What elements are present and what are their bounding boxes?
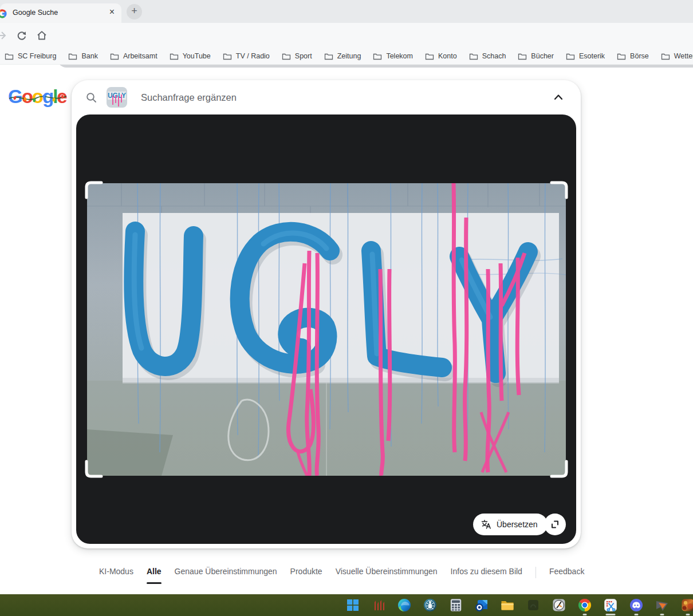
- running-indicator: [635, 614, 639, 615]
- bookmark-folder[interactable]: Konto: [425, 52, 457, 60]
- gaming-launcher-icon[interactable]: [655, 598, 670, 613]
- bookmark-label: Zeitung: [337, 52, 361, 60]
- translate-label: Übersetzen: [497, 520, 538, 529]
- home-icon[interactable]: [36, 30, 48, 41]
- running-indicator: [686, 614, 690, 615]
- discord-icon[interactable]: [629, 598, 644, 613]
- crop-corner-bottom-right[interactable]: [548, 458, 569, 479]
- crop-expand-button[interactable]: [544, 514, 566, 535]
- edge-icon[interactable]: [397, 598, 412, 613]
- bookmark-folder[interactable]: Schach: [469, 52, 506, 60]
- bookmark-label: Schach: [482, 52, 506, 60]
- tab-produkte[interactable]: Produkte: [290, 567, 322, 584]
- folder-icon: [5, 52, 14, 60]
- lens-search-box[interactable]: UGLY: [72, 80, 581, 114]
- bookmark-folder[interactable]: Bank: [68, 52, 98, 60]
- crop-expand-icon: [549, 519, 561, 530]
- bookmark-folder[interactable]: TV / Radio: [223, 52, 270, 60]
- bookmark-label: Bücher: [531, 52, 554, 60]
- bookmark-folder[interactable]: Börse: [617, 52, 649, 60]
- active-indicator: [606, 614, 616, 615]
- bookmark-label: Arbeitsamt: [123, 52, 158, 60]
- tab-ki-modus[interactable]: KI-Modus: [99, 567, 133, 584]
- forward-icon[interactable]: [0, 29, 7, 42]
- snipping-tool-icon[interactable]: [603, 598, 618, 613]
- bookmark-folder[interactable]: Telekom: [373, 52, 413, 60]
- bookmark-folder[interactable]: Wetter: [661, 52, 693, 60]
- bookmark-label: Börse: [630, 52, 649, 60]
- folder-icon: [223, 52, 232, 60]
- tab-strip: Google Suche × +: [0, 0, 693, 23]
- bookmark-label: Esoterik: [579, 52, 605, 60]
- bookmark-folder[interactable]: Sport: [282, 52, 312, 60]
- file-explorer-icon[interactable]: [500, 598, 515, 613]
- antivirus-bug-icon[interactable]: [423, 598, 438, 613]
- folder-icon: [170, 52, 179, 60]
- tab-infos-zu-diesem-bild[interactable]: Infos zu diesem Bild: [451, 567, 522, 584]
- windows-start-button[interactable]: [345, 598, 360, 613]
- folder-icon: [566, 52, 575, 60]
- reload-icon[interactable]: [16, 30, 27, 41]
- tabs-divider: [536, 567, 536, 578]
- folder-icon: [282, 52, 291, 60]
- translate-button[interactable]: Übersetzen: [473, 514, 548, 535]
- bookmark-folder[interactable]: SC Freiburg: [5, 52, 56, 60]
- bookmark-label: Telekom: [386, 52, 413, 60]
- query-image-thumbnail[interactable]: UGLY: [107, 87, 127, 108]
- image-viewer-panel: Übersetzen: [76, 114, 576, 544]
- crop-corner-bottom-left[interactable]: [84, 458, 105, 479]
- hidden-app-icon[interactable]: [526, 598, 541, 613]
- folder-icon: [373, 52, 382, 60]
- browser-window: Google Suche × + google.com/search?vsrid…: [0, 0, 693, 616]
- feedback-link[interactable]: Feedback: [549, 567, 584, 584]
- outlook-icon[interactable]: [474, 598, 489, 613]
- running-indicator: [583, 614, 587, 615]
- tab-genaue-uebereinstimmungen[interactable]: Genaue Übereinstimmungen: [175, 567, 277, 584]
- new-tab-button[interactable]: +: [127, 4, 142, 19]
- bookmark-label: TV / Radio: [236, 52, 270, 60]
- bookmark-folder[interactable]: Zeitung: [324, 52, 361, 60]
- browser-toolbar: google.com/search?vsrid=CKqD4ZjJ3bXgigEQ…: [0, 23, 693, 48]
- folder-icon: [617, 52, 626, 60]
- result-tabs: KI-Modus Alle Genaue Übereinstimmungen P…: [99, 567, 584, 584]
- folder-icon: [68, 52, 77, 60]
- google-doodle-logo[interactable]: Google: [8, 86, 68, 110]
- folder-icon: [518, 52, 527, 60]
- bookmark-label: Wetter: [674, 52, 693, 60]
- search-icon: [85, 92, 97, 104]
- bookmark-label: Konto: [438, 52, 457, 60]
- calculator-icon[interactable]: [448, 598, 463, 613]
- bookmark-label: Sport: [295, 52, 312, 60]
- folder-icon: [661, 52, 670, 60]
- crop-corner-top-left[interactable]: [84, 180, 105, 201]
- bookmark-label: Bank: [81, 52, 98, 60]
- bookmark-folder[interactable]: YouTube: [170, 52, 211, 60]
- tab-google-suche[interactable]: Google Suche ×: [0, 3, 121, 23]
- chevron-up-icon[interactable]: [552, 91, 565, 104]
- bookmark-folder[interactable]: Bücher: [518, 52, 554, 60]
- tab-visuelle-uebereinstimmungen[interactable]: Visuelle Übereinstimmungen: [336, 567, 438, 584]
- folder-icon: [469, 52, 478, 60]
- red-chart-app-icon[interactable]: [371, 598, 386, 613]
- running-indicator: [660, 614, 664, 615]
- folder-icon: [110, 52, 119, 60]
- tab-title: Google Suche: [13, 9, 58, 17]
- chrome-icon[interactable]: [577, 598, 592, 613]
- clock-app-icon[interactable]: [552, 598, 566, 613]
- crop-corner-top-right[interactable]: [548, 180, 569, 201]
- search-input[interactable]: [141, 92, 552, 103]
- windows-taskbar: [0, 594, 693, 616]
- google-logo-text: Google: [8, 86, 66, 107]
- game-artwork-icon[interactable]: [680, 598, 693, 613]
- close-tab-icon[interactable]: ×: [109, 7, 115, 17]
- folder-icon: [324, 52, 333, 60]
- bookmark-folder[interactable]: Esoterik: [566, 52, 605, 60]
- bookmark-label: SC Freiburg: [18, 52, 56, 60]
- bookmarks-bar: SC Freiburg Bank Arbeitsamt YouTube TV /…: [0, 48, 693, 65]
- bookmark-label: YouTube: [183, 52, 211, 60]
- google-favicon-icon: [0, 9, 7, 19]
- query-image[interactable]: [87, 183, 566, 476]
- tab-alle[interactable]: Alle: [147, 567, 162, 584]
- lens-result-card: UGLY: [72, 80, 581, 548]
- bookmark-folder[interactable]: Arbeitsamt: [110, 52, 158, 60]
